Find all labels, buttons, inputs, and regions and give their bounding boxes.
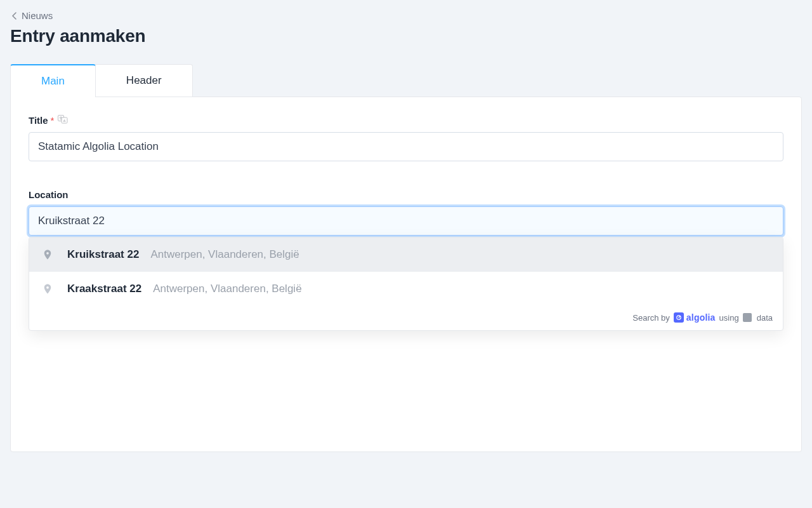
suggestion-secondary: Antwerpen, Vlaanderen, België bbox=[153, 283, 301, 295]
suggestion-primary: Kruikstraat 22 bbox=[67, 248, 139, 261]
tab-header-label: Header bbox=[126, 74, 162, 86]
suggestion-primary: Kraakstraat 22 bbox=[67, 283, 141, 295]
title-label: Title bbox=[29, 115, 48, 126]
tab-main[interactable]: Main bbox=[10, 64, 96, 97]
footer-data: data bbox=[757, 313, 773, 323]
algolia-word: algolia bbox=[686, 312, 716, 323]
suggestion-item[interactable]: Kruikstraat 22 Antwerpen, Vlaanderen, Be… bbox=[29, 237, 783, 272]
footer-using: using bbox=[719, 313, 739, 323]
title-input[interactable] bbox=[29, 132, 783, 161]
tab-main-label: Main bbox=[41, 75, 65, 87]
suggestion-item[interactable]: Kraakstraat 22 Antwerpen, Vlaanderen, Be… bbox=[29, 272, 783, 306]
breadcrumb-label: Nieuws bbox=[22, 10, 53, 21]
field-title: Title * bbox=[29, 115, 783, 161]
panel-main: Title * Location Kruikstraat 22 Antwerpe… bbox=[10, 97, 802, 452]
tab-header[interactable]: Header bbox=[95, 64, 193, 97]
page-title: Entry aanmaken bbox=[10, 26, 802, 46]
field-location: Location Kruikstraat 22 Antwerpen, Vlaan… bbox=[29, 189, 783, 236]
algolia-icon bbox=[674, 312, 684, 323]
suggestions-footer: Search by algolia using data bbox=[29, 306, 783, 330]
location-label: Location bbox=[29, 189, 69, 200]
breadcrumb[interactable]: Nieuws bbox=[11, 10, 802, 21]
chevron-left-icon bbox=[11, 12, 18, 20]
suggestion-secondary: Antwerpen, Vlaanderen, België bbox=[150, 248, 299, 261]
osm-icon bbox=[743, 313, 752, 322]
location-input[interactable] bbox=[29, 206, 783, 236]
footer-search-by: Search by bbox=[632, 313, 670, 323]
location-suggestions: Kruikstraat 22 Antwerpen, Vlaanderen, Be… bbox=[29, 237, 783, 331]
tabs: Main Header bbox=[10, 64, 802, 97]
required-mark: * bbox=[51, 115, 55, 126]
translate-icon bbox=[58, 115, 68, 126]
map-pin-icon bbox=[42, 248, 53, 262]
algolia-mark: algolia bbox=[674, 312, 716, 323]
map-pin-icon bbox=[42, 282, 53, 296]
